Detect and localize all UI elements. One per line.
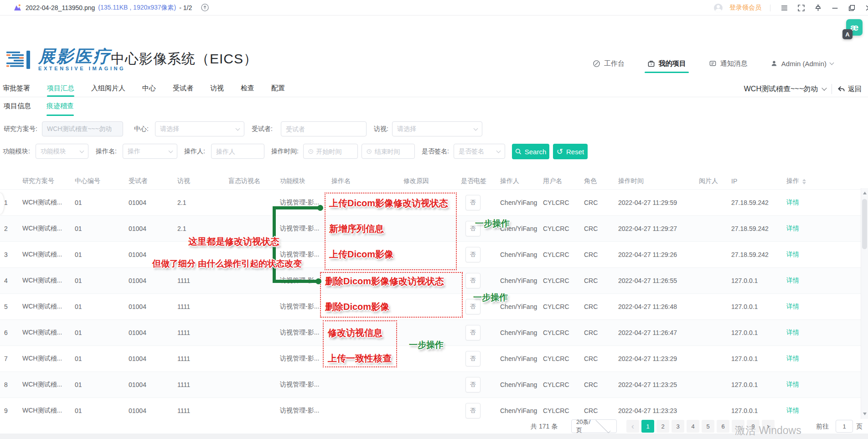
tab-project-summary[interactable]: 项目汇总 — [47, 81, 74, 97]
tab-config[interactable]: 配置 — [271, 81, 285, 97]
column-header-15: IP — [727, 173, 782, 189]
cell-module: 访视管理-影... — [276, 215, 327, 241]
login-member-link[interactable]: 登录领会员 — [729, 4, 761, 12]
prev-page-button[interactable]: ‹ — [626, 420, 639, 433]
cell-module: 访视管理-影... — [276, 345, 327, 371]
pin-icon[interactable] — [813, 3, 823, 13]
next-page-button[interactable]: › — [762, 420, 775, 433]
translate-extension-badge-secondary[interactable]: A — [842, 29, 852, 39]
cell-blind — [224, 345, 276, 371]
page-button-2[interactable]: 2 — [656, 420, 669, 433]
scroll-down-icon[interactable] — [863, 413, 867, 415]
project-selector[interactable]: WCH测试稽查~~~勿动 — [744, 84, 826, 94]
page-ellipsis[interactable]: ⋯ — [732, 420, 744, 433]
cell-blind — [224, 189, 276, 215]
goto-page-input[interactable] — [836, 420, 853, 433]
close-icon[interactable] — [863, 3, 868, 13]
nav-item-notifications[interactable]: 通知消息 — [709, 54, 748, 73]
start-time-field[interactable] — [316, 148, 353, 155]
viewer-app-icon — [12, 3, 22, 13]
detail-link[interactable]: 详情 — [786, 225, 799, 232]
column-header-0 — [0, 173, 18, 189]
nav-item-my-projects[interactable]: 我的项目 — [647, 54, 686, 73]
nav-item-account[interactable]: Admin (Admin) — [770, 54, 833, 73]
page-size-select[interactable]: 20条/页 — [571, 419, 617, 433]
detail-link[interactable]: 详情 — [786, 329, 799, 336]
page-button-4[interactable]: 4 — [687, 420, 699, 433]
column-header-16[interactable]: 操作 — [782, 173, 868, 189]
detail-link[interactable]: 详情 — [786, 277, 799, 284]
search-button[interactable]: Search — [512, 144, 549, 159]
protocol-input-field[interactable] — [47, 125, 118, 133]
cell-action: 详情 — [782, 215, 868, 241]
chevron-down-icon — [169, 148, 173, 153]
detail-link[interactable]: 详情 — [786, 407, 799, 414]
cell-esign: 否 — [457, 267, 496, 293]
tab-enrolled-readers[interactable]: 入组阅片人 — [91, 81, 125, 97]
protocol-input[interactable] — [42, 121, 123, 136]
cell-center: 01 — [71, 267, 124, 293]
subtab-audit-trail[interactable]: 痕迹稽查 — [46, 100, 74, 115]
fullscreen-icon[interactable] — [796, 3, 806, 13]
sort-icon[interactable] — [802, 179, 806, 184]
tab-subject[interactable]: 受试者 — [173, 81, 193, 97]
start-time-input[interactable] — [303, 144, 358, 159]
column-header-11: 用户名 — [539, 173, 580, 189]
cell-op — [327, 293, 399, 319]
project-selector-value: WCH测试稽查~~~勿动 — [744, 84, 818, 94]
module-select[interactable]: 功能模块 — [36, 144, 88, 159]
scrollbar-thumb[interactable] — [862, 199, 867, 249]
reset-button[interactable]: ↺ Reset — [553, 144, 588, 159]
subject-input-field[interactable] — [286, 125, 362, 133]
detail-link[interactable]: 详情 — [786, 303, 799, 310]
nav-label: 通知消息 — [720, 59, 748, 68]
tab-visit[interactable]: 访视 — [210, 81, 224, 97]
nav-item-workbench[interactable]: 工作台 — [593, 54, 625, 73]
opname-select[interactable]: 操作 — [123, 144, 177, 159]
menu-icon[interactable] — [779, 3, 789, 13]
subject-input[interactable] — [281, 121, 367, 136]
signed-select[interactable]: 是否签名 — [454, 144, 505, 159]
cell-username: CYLCRC — [539, 241, 580, 267]
minimize-icon[interactable] — [830, 3, 840, 13]
cell-time: 2022-04-27 11:26:55 — [614, 267, 695, 293]
center-select[interactable]: 请选择 — [155, 121, 244, 136]
operator-input[interactable] — [211, 144, 264, 159]
column-header-10: 操作人 — [496, 173, 539, 189]
cell-visit: 1111 — [173, 345, 224, 371]
visit-select[interactable]: 请选择 — [392, 121, 482, 136]
detail-link[interactable]: 详情 — [786, 381, 799, 388]
tab-exam[interactable]: 检查 — [241, 81, 254, 97]
column-header-8: 修改原因 — [399, 173, 457, 189]
tab-center[interactable]: 中心 — [142, 81, 156, 97]
back-button[interactable]: 返回 — [837, 85, 862, 94]
end-time-field[interactable] — [374, 148, 410, 155]
restore-window-icon[interactable] — [847, 3, 857, 13]
cell-operator: Chen/YiFang — [496, 371, 539, 397]
cell-num: 2 — [0, 215, 18, 241]
subtab-project-info[interactable]: 项目信息 — [4, 100, 31, 115]
vertical-scrollbar[interactable] — [861, 188, 868, 419]
visit-label: 访视: — [374, 121, 388, 136]
cell-op — [327, 241, 399, 267]
clock-icon — [367, 148, 372, 155]
detail-link[interactable]: 详情 — [786, 251, 799, 258]
scroll-up-icon[interactable] — [863, 192, 867, 194]
end-time-input[interactable] — [362, 144, 415, 159]
page-button-9[interactable]: 9 — [747, 420, 760, 433]
page-button-5[interactable]: 5 — [702, 420, 714, 433]
chevron-down-icon — [830, 60, 834, 65]
back-arrow-icon — [837, 85, 845, 93]
detail-link[interactable]: 详情 — [786, 355, 799, 362]
detail-link[interactable]: 详情 — [786, 199, 799, 206]
page-button-1[interactable]: 1 — [641, 420, 654, 433]
cell-protocol: WCH测试稽... — [18, 267, 71, 293]
share-upload-icon[interactable] — [200, 3, 210, 13]
cell-op — [327, 345, 399, 371]
tab-approval-sign[interactable]: 审批签署 — [3, 81, 30, 97]
page-button-6[interactable]: 6 — [717, 420, 729, 433]
cell-visit: 1111 — [173, 319, 224, 345]
operator-input-field[interactable] — [216, 148, 259, 155]
viewer-avatar[interactable] — [714, 4, 723, 12]
page-button-3[interactable]: 3 — [672, 420, 684, 433]
